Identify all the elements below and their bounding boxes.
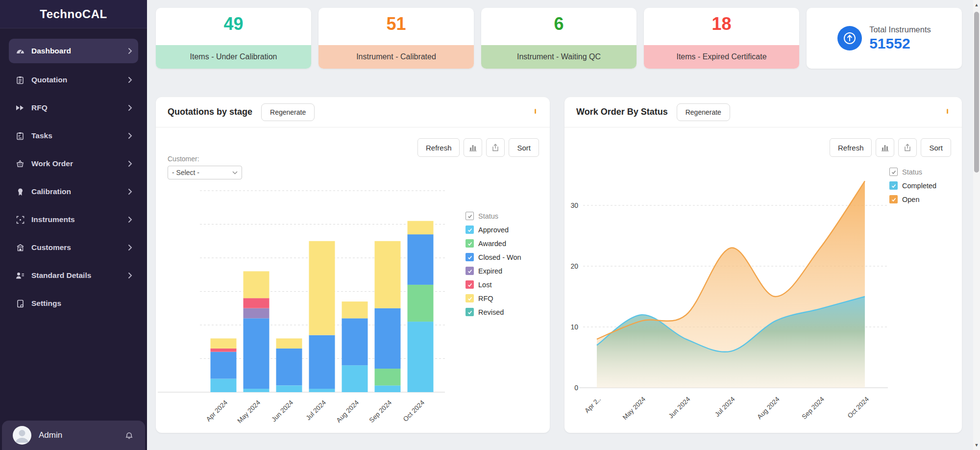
checkbox-checked-icon[interactable] [889,181,898,190]
stat-card[interactable]: 6Instrument - Waiting QC [481,8,637,69]
checkbox-checked-icon[interactable] [466,253,474,261]
sidebar-item-calibration[interactable]: Calibration [9,180,138,203]
legend-header[interactable]: Status [889,168,936,176]
x-axis-label: Jul 2024 [304,399,327,422]
bar-segment-expired[interactable] [244,308,270,319]
regenerate-button[interactable]: Regenerate [677,103,730,121]
bar-segment-closed-won[interactable] [342,318,368,365]
sidebar-item-customers[interactable]: Customers [9,236,138,259]
bar-segment-lost[interactable] [211,349,237,352]
bar-segment-approved[interactable] [408,322,434,392]
stat-card[interactable]: 51Instrument - Calibrated [318,8,474,69]
regenerate-button[interactable]: Regenerate [261,103,315,121]
bar-segment-approved[interactable] [342,365,368,392]
app-logo: TechnoCAL [0,0,147,28]
sidebar-item-rfq[interactable]: RFQ [9,97,138,119]
page-scrollbar[interactable]: ▲ ▼ [973,0,980,450]
legend-item-awarded[interactable]: Awarded [466,239,521,248]
sidebar-item-work-order[interactable]: Work Order [9,152,138,175]
bar-segment-awarded[interactable] [375,369,401,385]
quotations-card: Quotations by stage Regenerate Refresh S… [156,97,550,433]
bar-segment-approved[interactable] [244,389,270,392]
bar-segment-closed-won[interactable] [309,335,335,389]
column-chart-icon[interactable] [464,138,482,157]
bar-segment-approved[interactable] [309,389,335,392]
bar-segment-rfq[interactable] [244,271,270,298]
bar-segment-closed-won[interactable] [408,234,434,285]
sidebar-item-standard-details[interactable]: Standard Details [9,264,138,287]
customer-select[interactable]: - Select - [168,166,242,179]
customer-select-value: - Select - [172,169,199,176]
total-instruments-card[interactable]: Total Instruments51552 [807,8,962,69]
sidebar-item-settings[interactable]: Settings [9,292,138,315]
bar-segment-lost[interactable] [244,298,270,308]
legend-item-approved[interactable]: Approved [466,225,521,234]
stat-label: Instrument - Calibrated [318,45,474,69]
bar-segment-closed-won[interactable] [211,352,237,379]
legend-item-lost[interactable]: Lost [466,280,521,289]
bar-segment-rfq[interactable] [309,241,335,335]
chevron-right-icon [128,216,132,223]
checkbox-checked-icon[interactable] [466,267,474,275]
arrow-up-circle-icon [837,26,862,50]
bar-segment-rfq[interactable] [408,221,434,234]
x-axis-label: Jun 2024 [270,399,294,423]
legend-item-closed-won[interactable]: Closed - Won [466,253,521,261]
scroll-up-icon[interactable]: ▲ [973,1,980,9]
sidebar-item-dashboard[interactable]: Dashboard [9,39,138,63]
export-icon[interactable] [486,138,505,157]
checkbox-checked-icon[interactable] [466,239,474,248]
quotations-title: Quotations by stage [168,107,252,117]
x-axis-label: Apr 2.. [583,396,602,415]
bar-segment-closed-won[interactable] [375,308,401,369]
sort-button[interactable]: Sort [921,138,951,157]
checkbox-checked-icon[interactable] [889,168,898,176]
column-chart-icon[interactable] [876,138,894,157]
stat-value: 51 [318,14,474,34]
bar-segment-rfq[interactable] [342,301,368,318]
refresh-button[interactable]: Refresh [830,138,872,157]
checkbox-checked-icon[interactable] [889,195,898,203]
bar-segment-approved[interactable] [375,385,401,392]
checkbox-checked-icon[interactable] [466,212,474,220]
stat-label: Items - Expired Certificate [644,45,799,69]
checkbox-checked-icon[interactable] [466,225,474,234]
main-content: 49Items - Under Calibration51Instrument … [147,0,973,450]
legend-header-label: Status [478,212,498,220]
bar-segment-closed-won[interactable] [244,318,270,389]
refresh-button[interactable]: Refresh [417,138,460,157]
sidebar-item-instruments[interactable]: Instruments [9,208,138,231]
sidebar-item-label: Standard Details [31,271,91,280]
sort-button[interactable]: Sort [509,138,539,157]
sidebar-item-label: Dashboard [31,47,71,55]
legend-item-open[interactable]: Open [889,195,936,203]
scroll-down-icon[interactable]: ▼ [973,441,980,449]
legend-item-rfq[interactable]: RFQ [466,294,521,302]
checkbox-checked-icon[interactable] [466,294,474,302]
sidebar-item-quotation[interactable]: Quotation [9,69,138,91]
checkbox-checked-icon[interactable] [466,280,474,289]
user-bar[interactable]: Admin [2,421,145,450]
bar-segment-closed-won[interactable] [276,349,302,385]
sidebar-item-tasks[interactable]: Tasks [9,125,138,147]
chevron-right-icon [128,272,132,279]
bell-icon[interactable] [124,430,134,441]
bar-segment-approved[interactable] [276,385,302,392]
bar-segment-rfq[interactable] [276,338,302,349]
export-icon[interactable] [898,138,917,157]
bar-segment-rfq[interactable] [375,241,401,308]
stat-card[interactable]: 49Items - Under Calibration [156,8,311,69]
bar-segment-awarded[interactable] [408,285,434,322]
legend-item-expired[interactable]: Expired [466,267,521,275]
workorder-card-header: Work Order By Status Regenerate [564,97,962,127]
bar-segment-approved[interactable] [211,379,237,392]
y-axis-label: 10 [570,323,578,331]
scrollbar-thumb[interactable] [974,12,979,173]
bar-segment-rfq[interactable] [211,338,237,349]
stat-card[interactable]: 18Items - Expired Certificate [644,8,799,69]
legend-item-revised[interactable]: Revised [466,308,521,316]
checkbox-checked-icon[interactable] [466,308,474,316]
avatar[interactable] [13,426,31,445]
legend-item-completed[interactable]: Completed [889,181,936,190]
legend-header[interactable]: Status [466,212,521,220]
